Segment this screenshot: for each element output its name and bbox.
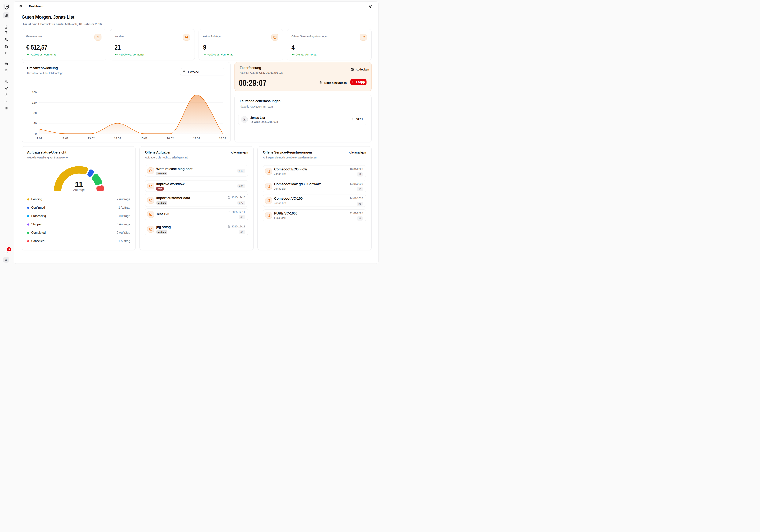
svg-text:17.02: 17.02 [193,137,200,140]
svg-text:15.02: 15.02 [140,137,147,140]
svg-text:Aufträge: Aufträge [73,188,85,192]
svg-text:13.02: 13.02 [88,137,95,140]
svg-text:12.02: 12.02 [61,137,69,140]
svg-text:14.02: 14.02 [114,137,121,140]
svg-text:120: 120 [32,101,36,104]
svg-text:160: 160 [32,91,36,94]
svg-text:11: 11 [75,180,83,189]
svg-text:18.02: 18.02 [219,137,226,140]
svg-text:16.02: 16.02 [166,137,174,140]
svg-text:80: 80 [33,111,37,115]
svg-text:11.02: 11.02 [35,137,42,140]
svg-text:0: 0 [35,132,36,135]
svg-text:40: 40 [33,121,37,125]
